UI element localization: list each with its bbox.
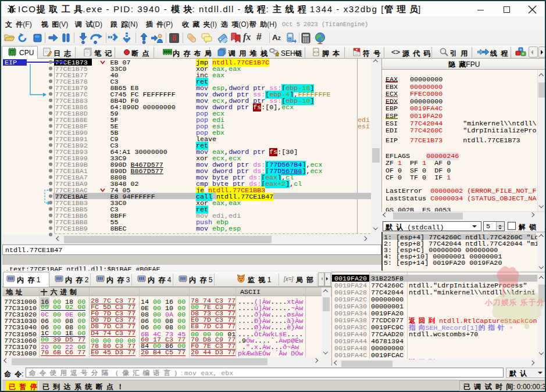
svg-text:8: 8 xyxy=(172,34,176,42)
svg-text:32: 32 xyxy=(10,51,14,54)
svg-text:!: ! xyxy=(277,53,277,56)
svg-text:<>: <> xyxy=(313,50,318,55)
svg-text:EIP: EIP xyxy=(5,59,17,67)
